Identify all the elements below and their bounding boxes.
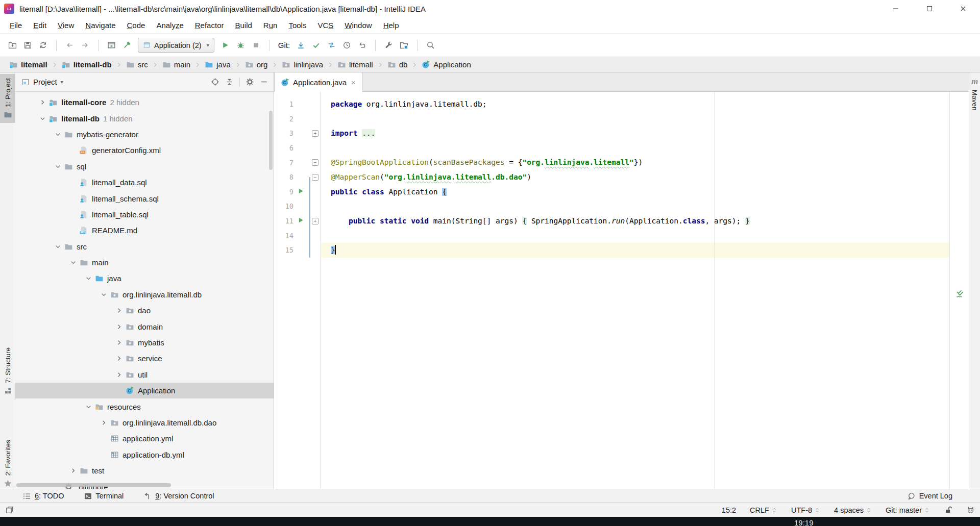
menu-refactor[interactable]: Refactor — [189, 17, 230, 33]
locate-icon[interactable] — [211, 78, 219, 86]
tree-item-resources[interactable]: resources — [15, 398, 274, 414]
search-icon[interactable] — [426, 41, 435, 49]
run-line-icon[interactable] — [298, 187, 304, 196]
build-hammer-icon[interactable] — [122, 41, 131, 49]
breadcrumb-item-litemall[interactable]: litemall — [8, 60, 48, 69]
menu-help[interactable]: Help — [378, 17, 405, 33]
breadcrumb-item-db[interactable]: db — [386, 60, 409, 69]
tree-item-application-yml[interactable]: application.yml — [15, 431, 274, 446]
editor-gutter[interactable]: 123+67−8−91011+1415 — [274, 92, 321, 489]
tool-stripe-structure[interactable]: 7: Structure — [0, 343, 15, 399]
tree-item-sql[interactable]: sql — [15, 159, 274, 174]
project-vertical-scrollbar[interactable] — [269, 111, 273, 170]
tree-item-generatorconfig-xml[interactable]: <>generatorConfig.xml — [15, 142, 274, 158]
close-button[interactable] — [946, 0, 980, 17]
tool-button-6-todo[interactable]: 6: TODO — [22, 492, 64, 500]
tree-item-util[interactable]: util — [15, 367, 274, 383]
menu-vcs[interactable]: VCS — [312, 17, 339, 33]
tree-item-litemall-data-sql[interactable]: litemall_data.sql — [15, 174, 274, 190]
forward-icon[interactable] — [81, 41, 89, 49]
editor-body[interactable]: 123+67−8−91011+1415 package org.linlinja… — [274, 92, 969, 489]
tree-item-org-linlinjava-litemall-db[interactable]: org.linlinjava.litemall.db — [15, 287, 274, 303]
git-diff-icon[interactable] — [327, 41, 336, 49]
tool-stripe-project[interactable]: 1: Project — [0, 74, 15, 123]
fold-minus-icon[interactable]: − — [312, 174, 318, 181]
tool-button-9-version-control[interactable]: 9: Version Control — [143, 492, 214, 500]
tree-item-org-linlinjava-litemall-db-dao[interactable]: org.linlinjava.litemall.db.dao — [15, 415, 274, 431]
breadcrumb-item-java[interactable]: java — [204, 60, 232, 69]
breadcrumb-item-org[interactable]: org — [244, 60, 269, 69]
toolwindow-toggle-icon[interactable] — [5, 506, 14, 514]
save-all-icon[interactable] — [23, 41, 32, 49]
hide-icon[interactable] — [260, 78, 268, 86]
project-structure-icon[interactable] — [400, 41, 408, 49]
maximize-button[interactable] — [913, 0, 946, 17]
fold-plus-icon[interactable]: + — [312, 218, 318, 224]
menu-window[interactable]: Window — [339, 17, 377, 33]
stop-icon[interactable] — [252, 41, 260, 49]
history-icon[interactable] — [342, 41, 351, 49]
tree-item-mybatis-generator[interactable]: mybatis-generator — [15, 127, 274, 142]
minimize-button[interactable] — [879, 0, 913, 17]
tree-item-readme-md[interactable]: MDREADME.md — [15, 222, 274, 238]
tool-stripe-maven[interactable]: Maven — [971, 90, 978, 111]
tree-item-litemall-core[interactable]: litemall-core2 hidden — [15, 94, 274, 110]
close-tab-icon[interactable]: × — [351, 78, 356, 87]
tree-item-src[interactable]: src — [15, 239, 274, 255]
run-icon[interactable] — [221, 41, 230, 49]
git-update-icon[interactable] — [297, 41, 305, 49]
tool-button-terminal[interactable]: Terminal — [84, 492, 124, 500]
status-15-2[interactable]: 15:2 — [722, 506, 736, 514]
menu-tools[interactable]: Tools — [283, 17, 312, 33]
tree-item-service[interactable]: service — [15, 350, 274, 366]
menu-view[interactable]: View — [52, 17, 80, 33]
run-configuration-combo[interactable]: Application (2)▾ — [138, 38, 214, 53]
rollback-icon[interactable] — [358, 41, 366, 49]
menu-run[interactable]: Run — [258, 17, 283, 33]
sync-icon[interactable] — [39, 41, 47, 49]
wrench-icon[interactable] — [384, 41, 393, 49]
status-4-spaces[interactable]: 4 spaces — [834, 506, 872, 514]
menu-code[interactable]: Code — [121, 17, 151, 33]
tree-item-domain[interactable]: domain — [15, 318, 274, 334]
debug-icon[interactable] — [236, 41, 245, 49]
event-log-button[interactable]: Event Log — [907, 492, 952, 500]
breadcrumb-item-litemall-db[interactable]: litemall-db — [61, 60, 113, 69]
gear-icon[interactable] — [246, 78, 254, 86]
unlock-icon[interactable] — [944, 506, 952, 514]
tree-item-application-db-yml[interactable]: application-db.yml — [15, 447, 274, 463]
git-commit-icon[interactable] — [312, 41, 321, 49]
editor-tab-application-java[interactable]: C Application.java × — [274, 72, 362, 92]
project-horizontal-scrollbar[interactable] — [16, 483, 171, 487]
menu-file[interactable]: File — [4, 17, 28, 33]
menu-navigate[interactable]: Navigate — [80, 17, 121, 33]
tree-item-test[interactable]: test — [15, 463, 274, 479]
inspection-ok-icon[interactable] — [955, 98, 964, 489]
tree-item-java[interactable]: java — [15, 270, 274, 286]
run-line-icon[interactable] — [298, 216, 304, 226]
tree-item-application[interactable]: CApplication — [15, 383, 274, 398]
tree-item-main[interactable]: main — [15, 255, 274, 270]
breadcrumb-item-application[interactable]: CApplication — [421, 60, 472, 69]
fold-minus-icon[interactable]: − — [312, 159, 318, 166]
project-view-selector[interactable]: Project ▾ — [21, 78, 207, 86]
status-utf-8[interactable]: UTF-8 — [791, 506, 820, 514]
tree-item-litemall-schema-sql[interactable]: litemall_schema.sql — [15, 190, 274, 206]
fold-plus-icon[interactable]: + — [312, 130, 318, 137]
tree-item-dao[interactable]: dao — [15, 303, 274, 318]
open-project-icon[interactable] — [8, 41, 17, 49]
status-crlf[interactable]: CRLF — [750, 506, 777, 514]
tree-item-litemall-table-sql[interactable]: litemall_table.sql — [15, 207, 274, 222]
collapse-all-icon[interactable] — [225, 78, 234, 86]
tool-stripe-favorites[interactable]: 2: Favorites — [0, 436, 15, 492]
breadcrumb-item-main[interactable]: main — [161, 60, 192, 69]
hector-icon[interactable] — [966, 506, 975, 514]
status-git-master[interactable]: Git: master — [886, 506, 930, 514]
breadcrumb-item-linlinjava[interactable]: linlinjava — [281, 60, 324, 69]
breadcrumb-item-src[interactable]: src — [125, 60, 149, 69]
breadcrumb-item-litemall[interactable]: litemall — [336, 60, 374, 69]
code-area[interactable]: package org.linlinjava.litemall.db;impor… — [321, 92, 949, 489]
menu-build[interactable]: Build — [229, 17, 257, 33]
run-window-icon[interactable] — [107, 41, 116, 49]
back-icon[interactable] — [65, 41, 74, 49]
